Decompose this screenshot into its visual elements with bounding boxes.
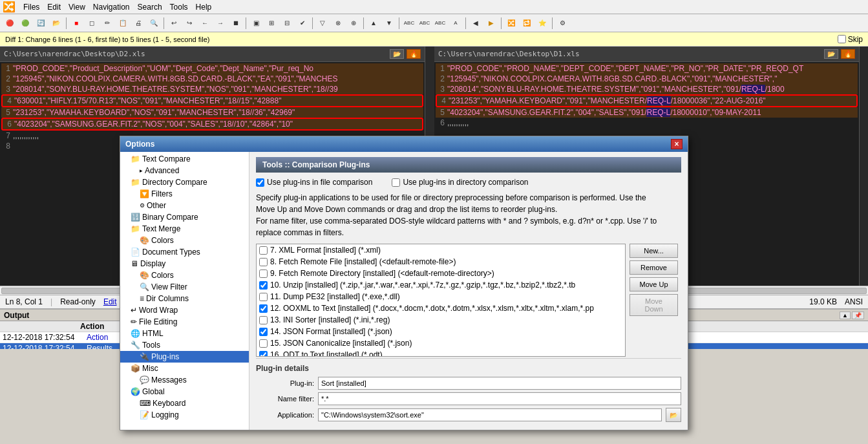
tb-btn-abc4[interactable]: A [449,16,463,30]
prev-diff-button[interactable]: ▲ [366,16,381,30]
edit-status[interactable]: Edit [103,297,117,306]
tree-item-doc-types[interactable]: 📄 Document Types [120,246,249,258]
save-button[interactable]: 🟢 [18,16,32,30]
right-scrollbar[interactable] [859,47,868,286]
tb-btn-16[interactable]: ▶ [484,16,498,30]
redo-button[interactable]: ↪ [182,16,196,30]
browse-button[interactable]: 📂 [666,408,681,422]
plugin-11-checkbox[interactable] [259,293,268,301]
back-button[interactable]: ← [198,16,212,30]
forward-button[interactable]: → [213,16,228,30]
dialog-close-button[interactable]: × [671,139,683,149]
tree-item-misc[interactable]: 📦 Misc [120,363,249,374]
tree-item-text-compare[interactable]: 📁 Text Compare [120,153,249,165]
plugin-10-checkbox[interactable] [259,281,268,290]
options-dialog[interactable]: Options × 📁 Text Compare ▸ Advanced 📁 Di… [120,136,688,430]
tb-btn-4[interactable]: 📂 [49,16,63,30]
tree-item-colors-merge[interactable]: 🎨 Colors [120,235,249,246]
remove-button[interactable]: Remove [630,260,678,275]
tb-btn-filter3[interactable]: ⊕ [346,16,361,30]
open-button[interactable]: 🔴 [3,16,17,30]
settings-button[interactable]: ⚙ [555,16,569,30]
tb-btn-13[interactable]: ✔ [295,16,310,30]
tree-item-display[interactable]: 🖥 Display [120,258,249,270]
plugin-name-input[interactable] [318,377,681,390]
skip-checkbox-label[interactable]: Skip [838,35,863,44]
tree-item-global[interactable]: 🌍 Global [120,386,249,397]
tb-btn-6[interactable]: ✏ [100,16,114,30]
name-filter-input[interactable] [318,392,681,405]
tree-item-tools[interactable]: 🔧 Tools [120,339,249,351]
plugin-item-13[interactable]: 13. INI Sorter [installed] (*.ini,*.reg) [257,314,625,326]
tb-btn-8[interactable]: 🖨 [131,16,145,30]
skip-checkbox[interactable] [838,35,846,43]
tree-item-colors-display[interactable]: 🎨 Colors [120,270,249,281]
tb-btn-filter[interactable]: ▽ [315,16,330,30]
plugin-16-checkbox[interactable] [259,351,268,357]
plugin-item-15[interactable]: 15. JSON Canonicalize [installed] (*.jso… [257,337,625,349]
use-plugins-dir-checkbox[interactable] [392,178,400,187]
tree-item-keyboard[interactable]: ⌨ Keyboard [120,397,249,409]
plugin-14-checkbox[interactable] [259,328,268,336]
plugin-9-checkbox[interactable] [259,270,268,278]
tree-item-dir-columns[interactable]: ≡ Dir Columns [120,293,249,304]
undo-button[interactable]: ↩ [167,16,181,30]
tree-item-advanced[interactable]: ▸ Advanced [120,165,249,176]
plugin-item-16[interactable]: 16. ODT to Text [installed] (*.odt) [257,349,625,357]
tree-item-filters[interactable]: 🔽 Filters [120,188,249,200]
menu-help[interactable]: Help [192,1,216,13]
tb-btn-18[interactable]: 🔁 [520,16,534,30]
tb-btn-5[interactable]: ◻ [85,16,99,30]
refresh-button[interactable]: 🔄 [34,16,48,30]
plugin-13-checkbox[interactable] [259,316,268,324]
menu-search[interactable]: Search [134,1,166,13]
tree-item-plugins[interactable]: 🔌 Plug-ins [120,351,249,363]
use-plugins-dir-label[interactable]: Use plug-ins in directory comparison [392,178,528,187]
tb-btn-abc1[interactable]: ABC [402,16,416,30]
tb-btn-12[interactable]: ⊟ [280,16,294,30]
tb-btn-17[interactable]: 🔀 [504,16,518,30]
tree-item-dir-compare[interactable]: 📁 Directory Compare [120,176,249,188]
menu-files[interactable]: Files [19,1,43,13]
plugin-7-checkbox[interactable] [259,246,268,255]
menu-tools[interactable]: Tools [166,1,192,13]
tree-item-messages[interactable]: 💬 Messages [120,374,249,386]
application-input[interactable] [318,408,662,421]
plugin-item-14[interactable]: 14. JSON Format [installed] (*.json) [257,326,625,337]
use-plugins-file-checkbox[interactable] [256,178,264,187]
plugin-item-9[interactable]: 9. Fetch Remote Directory [installed] (<… [257,268,625,279]
plugin-item-7[interactable]: 7. XML Format [installed] (*.xml) [257,244,625,256]
right-extra-btn[interactable]: 🔥 [841,49,855,59]
next-diff-button[interactable]: ▼ [382,16,396,30]
menu-view[interactable]: View [65,1,89,13]
move-up-button[interactable]: Move Up [630,277,678,291]
tree-item-text-merge[interactable]: 📁 Text Merge [120,223,249,235]
output-expand-btn[interactable]: ▲ [840,312,851,319]
menu-navigation[interactable]: Navigation [89,1,134,13]
right-open-btn[interactable]: 📂 [824,49,838,59]
plugin-item-8[interactable]: 8. Fetch Remote File [installed] (<defau… [257,256,625,268]
plugin-8-checkbox[interactable] [259,258,268,266]
tree-item-word-wrap[interactable]: ↵ Word Wrap [120,304,249,316]
tb-btn-abc2[interactable]: ABC [418,16,432,30]
tree-item-file-editing[interactable]: ✏ File Editing [120,316,249,328]
use-plugins-file-label[interactable]: Use plug-ins in file comparison [256,178,372,187]
stop-button[interactable]: ⏹ [229,16,243,30]
plugin-item-12[interactable]: 12. OOXML to Text [installed] (*.docx,*.… [257,302,625,314]
plugin-12-checkbox[interactable] [259,304,268,313]
plugin-item-10[interactable]: 10. Unzip [installed] (*.zip,*.jar,*.war… [257,279,625,291]
new-button[interactable]: New... [630,244,678,258]
tree-item-logging[interactable]: 📝 Logging [120,409,249,421]
tree-item-html[interactable]: 🌐 HTML [120,328,249,339]
plugin-15-checkbox[interactable] [259,339,268,348]
move-down-button[interactable]: Move Down [630,294,678,316]
tb-btn-15[interactable]: ◀ [469,16,483,30]
tb-btn-filter2[interactable]: ⊗ [331,16,345,30]
tb-btn-19[interactable]: ⭐ [535,16,549,30]
tb-btn-abc3[interactable]: ABC [433,16,447,30]
tb-btn-9[interactable]: 🔍 [147,16,161,30]
menu-edit[interactable]: Edit [43,1,65,13]
tb-btn-10[interactable]: ▣ [249,16,263,30]
left-open-btn[interactable]: 📂 [390,49,404,59]
output-pin-btn[interactable]: 📌 [852,312,864,319]
